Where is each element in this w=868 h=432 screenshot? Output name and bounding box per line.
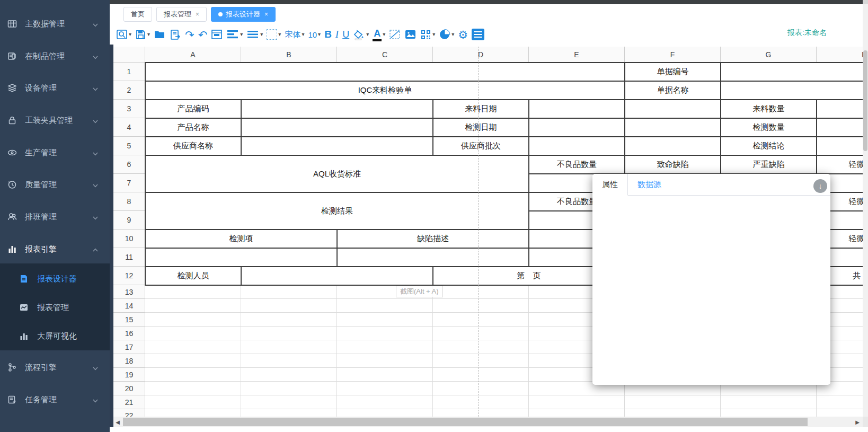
font-size-select[interactable]: 10 ▾ [308, 30, 321, 39]
settings-button[interactable]: ⚙ [458, 29, 468, 40]
cell-B13[interactable] [241, 285, 337, 299]
column-header-C[interactable]: C [337, 47, 433, 63]
close-icon[interactable]: × [196, 11, 199, 18]
align-left-button[interactable]: ▾ [226, 29, 243, 40]
column-header-F[interactable]: F [625, 47, 721, 63]
sidebar-item-3[interactable]: 工装夹具管理 [0, 110, 110, 131]
sidebar-subitem-0[interactable]: 报表设计器 [0, 268, 110, 289]
report-cell-12-1[interactable]: 检测人员 [145, 266, 242, 286]
report-cell-6-5[interactable]: 不良品数量 [528, 155, 625, 174]
row-header-3[interactable]: 3 [113, 100, 145, 118]
report-cell-5-2[interactable] [241, 136, 433, 156]
italic-button[interactable]: I [335, 29, 339, 40]
cell-G22[interactable] [721, 409, 817, 417]
cell-B18[interactable] [241, 354, 337, 368]
cell-C16[interactable] [337, 327, 433, 340]
sidebar-item-5[interactable]: 质量管理 [0, 174, 110, 195]
cell-C22[interactable] [337, 409, 433, 417]
row-header-1[interactable]: 1 [113, 63, 145, 81]
column-header-A[interactable]: A [145, 47, 241, 63]
save-button[interactable]: ▾ [135, 29, 150, 40]
cell-B15[interactable] [241, 313, 337, 327]
chart-button[interactable]: ▾ [439, 29, 454, 40]
scroll-left-arrow-icon[interactable]: ◀ [114, 419, 121, 425]
cell-D16[interactable] [433, 327, 529, 340]
report-cell-3-8[interactable] [816, 99, 868, 119]
row-header-12[interactable]: 12 [113, 267, 145, 285]
row-header-18[interactable]: 18 [113, 354, 145, 368]
cell-C17[interactable] [337, 340, 433, 354]
image-button[interactable] [404, 29, 417, 40]
horizontal-scrollbar-thumb[interactable] [123, 418, 808, 426]
sidebar-item-0[interactable]: 主数据管理 [0, 13, 110, 34]
report-cell-2-1[interactable]: IQC来料检验单 [145, 81, 625, 100]
cell-A13[interactable] [145, 285, 241, 299]
row-header-14[interactable]: 14 [113, 299, 145, 313]
report-cell-3-5[interactable] [528, 99, 625, 119]
report-cell-1-6[interactable]: 单据编号 [624, 62, 721, 82]
report-cell-4-2[interactable] [241, 118, 433, 137]
row-header-4[interactable]: 4 [113, 118, 145, 137]
cell-C19[interactable] [337, 368, 433, 382]
cell-E22[interactable] [529, 409, 625, 417]
row-header-15[interactable]: 15 [113, 313, 145, 327]
report-cell-6-1[interactable]: AQL收货标准 [145, 155, 529, 193]
cell-D19[interactable] [433, 368, 529, 382]
cell-D18[interactable] [433, 354, 529, 368]
row-header-16[interactable]: 16 [113, 327, 145, 340]
cell-D13[interactable] [433, 285, 529, 299]
collapse-panel-button[interactable]: ↓ [813, 179, 827, 193]
report-cell-5-1[interactable]: 供应商名称 [145, 136, 242, 156]
cell-A19[interactable] [145, 368, 241, 382]
cell-D14[interactable] [433, 299, 529, 313]
cell-F22[interactable] [625, 409, 721, 417]
border-grid-button[interactable]: ▾ [267, 29, 281, 40]
row-header-10[interactable]: 10 [113, 230, 145, 248]
report-cell-11-3[interactable] [336, 248, 529, 267]
tab-report-designer[interactable]: 报表设计器 × [211, 7, 276, 22]
cell-H21[interactable] [817, 395, 868, 409]
cell-D15[interactable] [433, 313, 529, 327]
scroll-right-arrow-icon[interactable]: ▶ [854, 419, 861, 425]
report-cell-12-2[interactable] [241, 266, 433, 286]
font-color-button[interactable]: A ▾ [373, 28, 385, 41]
row-header-7[interactable]: 7 [113, 174, 145, 192]
vertical-scrollbar[interactable] [863, 4, 868, 417]
report-cell-8-1[interactable]: 检测结果 [145, 192, 529, 230]
column-header-H[interactable]: H [817, 47, 868, 63]
cell-C18[interactable] [337, 354, 433, 368]
cell-F21[interactable] [625, 395, 721, 409]
report-cell-5-8[interactable] [816, 136, 868, 156]
report-cell-6-7[interactable]: 严重缺陷 [720, 155, 817, 174]
cell-A15[interactable] [145, 313, 241, 327]
cell-B14[interactable] [241, 299, 337, 313]
column-header-G[interactable]: G [721, 47, 817, 63]
open-folder-button[interactable] [154, 29, 166, 40]
cell-C21[interactable] [337, 395, 433, 409]
report-cell-5-7[interactable]: 检测结论 [720, 136, 817, 156]
report-cell-11-1[interactable] [145, 248, 338, 267]
row-header-5[interactable]: 5 [113, 137, 145, 155]
cell-B22[interactable] [241, 409, 337, 417]
row-header-8[interactable]: 8 [113, 192, 145, 211]
cell-A16[interactable] [145, 327, 241, 340]
horizontal-scrollbar[interactable]: ◀ ▶ [113, 417, 863, 427]
panel-tab-attributes[interactable]: 属性 [592, 174, 628, 196]
merge-cells-button[interactable] [211, 29, 223, 40]
report-cell-5-6[interactable] [624, 136, 721, 156]
cell-A21[interactable] [145, 395, 241, 409]
tab-report-management[interactable]: 报表管理 × [156, 7, 207, 22]
panel-tab-datasource[interactable]: 数据源 [637, 174, 661, 196]
cell-C14[interactable] [337, 299, 433, 313]
cell-D17[interactable] [433, 340, 529, 354]
report-cell-10-1[interactable]: 检测项 [145, 229, 338, 249]
report-cell-3-2[interactable] [241, 99, 433, 119]
sidebar-item-1[interactable]: 在制品管理 [0, 46, 110, 67]
export-button[interactable] [170, 29, 181, 40]
row-header-6[interactable]: 6 [113, 155, 145, 174]
row-header-11[interactable]: 11 [113, 248, 145, 267]
clear-format-button[interactable] [389, 29, 401, 40]
report-cell-4-1[interactable]: 产品名称 [145, 118, 242, 137]
report-cell-5-5[interactable] [528, 136, 625, 156]
row-header-21[interactable]: 21 [113, 395, 145, 409]
